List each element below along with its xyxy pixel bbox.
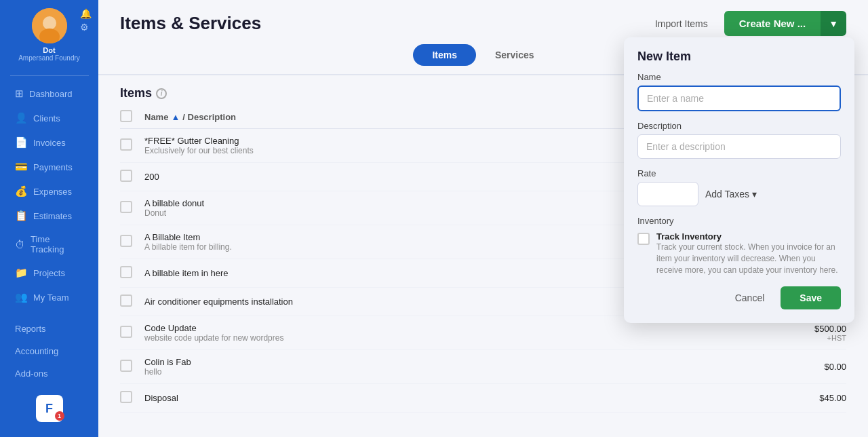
bell-icon[interactable]: 🔔: [80, 8, 92, 19]
panel-body: Name Description Rate $0.00 Add Taxes ▾: [624, 72, 854, 276]
import-items-button[interactable]: Import Items: [647, 14, 716, 33]
create-new-button[interactable]: Create New ...: [724, 11, 821, 36]
description-form-group: Description: [637, 121, 841, 159]
row-checkbox[interactable]: [120, 326, 132, 338]
sidebar-divider: [10, 75, 89, 76]
sidebar-bottom: F 1: [29, 388, 70, 429]
item-tax: +HST: [792, 334, 846, 342]
table-row: Colin is Fab hello $0.00: [120, 350, 846, 384]
invoices-icon: 📄: [15, 136, 28, 149]
sidebar-item-dashboard[interactable]: ⊞ Dashboard: [4, 82, 94, 105]
item-name: Code Update: [144, 323, 792, 333]
tab-services[interactable]: Services: [476, 44, 553, 66]
sidebar-item-estimates[interactable]: 📋 Estimates: [4, 204, 94, 227]
sidebar-item-label: Reports: [15, 324, 46, 334]
sidebar-item-label: Time Tracking: [31, 234, 83, 254]
select-all-checkbox[interactable]: [120, 110, 132, 122]
projects-icon: 📁: [15, 267, 28, 279]
company-name: Ampersand Foundry: [18, 54, 80, 62]
sidebar-item-label: Accounting: [15, 346, 58, 356]
sidebar-item-label: Estimates: [33, 211, 72, 221]
sidebar-item-accounting[interactable]: Accounting: [4, 341, 94, 362]
sidebar-item-payments[interactable]: 💳 Payments: [4, 155, 94, 178]
inventory-label: Inventory: [637, 216, 841, 226]
row-checkbox[interactable]: [120, 266, 132, 278]
sidebar-item-time-tracking[interactable]: ⏱ Time Tracking: [4, 229, 94, 260]
sidebar: Dot Ampersand Foundry 🔔 ⚙ ⊞ Dashboard 👤 …: [0, 0, 98, 437]
description-input[interactable]: [637, 134, 841, 159]
track-inventory-title: Track Inventory: [656, 231, 841, 242]
sidebar-icon-group: 🔔 ⚙: [80, 8, 92, 33]
name-input[interactable]: [637, 86, 841, 111]
item-price: $45.00: [792, 393, 846, 403]
create-new-group: Create New ... ▼: [724, 11, 846, 36]
sort-icon[interactable]: ▲: [171, 112, 180, 122]
my-team-icon: 👥: [15, 291, 28, 303]
sidebar-item-my-team[interactable]: 👥 My Team: [4, 286, 94, 309]
rate-row: $0.00 Add Taxes ▾: [637, 182, 841, 206]
item-desc: website code update for new wordpres: [144, 333, 792, 343]
sidebar-item-label: Payments: [33, 162, 73, 172]
row-checkbox[interactable]: [120, 201, 132, 213]
expenses-icon: 💰: [15, 185, 28, 197]
time-tracking-icon: ⏱: [15, 239, 25, 250]
sidebar-item-label: Clients: [33, 113, 60, 124]
sidebar-item-label: Invoices: [33, 138, 66, 148]
sidebar-item-expenses[interactable]: 💰 Expenses: [4, 180, 94, 203]
avatar: [32, 8, 67, 43]
sidebar-item-label: Projects: [33, 268, 65, 278]
sidebar-nav: ⊞ Dashboard 👤 Clients 📄 Invoices 💳 Payme…: [0, 81, 98, 388]
save-button[interactable]: Save: [781, 286, 841, 309]
clients-icon: 👤: [15, 112, 28, 124]
sidebar-item-label: Expenses: [33, 187, 72, 197]
user-name: Dot: [43, 46, 55, 54]
row-checkbox[interactable]: [120, 360, 132, 372]
sidebar-item-label: My Team: [33, 292, 69, 303]
col-name-label: Name: [144, 112, 168, 122]
info-icon[interactable]: i: [156, 88, 167, 99]
sidebar-item-invoices[interactable]: 📄 Invoices: [4, 131, 94, 154]
page-title: Items & Services: [120, 13, 261, 34]
new-item-panel: New Item Name Description Rate $0.00 Add…: [624, 37, 854, 323]
track-inventory-text: Track Inventory Track your current stock…: [656, 231, 841, 276]
sidebar-item-projects[interactable]: 📁 Projects: [4, 261, 94, 284]
panel-footer: Cancel Save: [624, 286, 854, 309]
chevron-down-icon: ▾: [752, 189, 757, 200]
sidebar-profile: Dot Ampersand Foundry 🔔 ⚙: [0, 8, 98, 62]
sidebar-item-clients[interactable]: 👤 Clients: [4, 107, 94, 130]
gear-icon[interactable]: ⚙: [80, 22, 92, 33]
header-actions: Import Items Create New ... ▼: [647, 11, 846, 36]
item-price: $0.00: [792, 362, 846, 372]
add-taxes-button[interactable]: Add Taxes ▾: [705, 189, 757, 200]
cancel-button[interactable]: Cancel: [727, 287, 773, 309]
rate-input[interactable]: $0.00: [637, 182, 698, 206]
notification-badge: 1: [55, 411, 64, 421]
col-desc-label: / Description: [182, 112, 236, 122]
sidebar-item-reports[interactable]: Reports: [4, 318, 94, 339]
track-inventory-checkbox[interactable]: [637, 233, 650, 245]
sidebar-item-label: Add-ons: [15, 368, 47, 379]
item-name: Disposal: [144, 393, 792, 403]
row-checkbox[interactable]: [120, 235, 132, 247]
row-checkbox[interactable]: [120, 170, 132, 182]
svg-point-1: [43, 16, 56, 30]
inventory-section: Inventory Track Inventory Track your cur…: [637, 216, 841, 276]
row-checkbox[interactable]: [120, 138, 132, 151]
description-label: Description: [637, 121, 841, 131]
item-desc: hello: [144, 367, 792, 377]
table-row: Disposal $45.00: [120, 384, 846, 413]
row-checkbox[interactable]: [120, 294, 132, 307]
payments-icon: 💳: [15, 161, 28, 173]
estimates-icon: 📋: [15, 210, 28, 222]
item-name: Colin is Fab: [144, 357, 792, 367]
create-new-chevron-button[interactable]: ▼: [821, 11, 846, 36]
name-form-group: Name: [637, 72, 841, 111]
item-price: $500.00: [792, 324, 846, 334]
tab-items[interactable]: Items: [413, 44, 476, 66]
rate-label: Rate: [637, 168, 841, 178]
sidebar-item-add-ons[interactable]: Add-ons: [4, 363, 94, 384]
chevron-down-icon: ▼: [829, 18, 838, 29]
name-label: Name: [637, 72, 841, 82]
row-checkbox[interactable]: [120, 391, 132, 403]
track-inventory-desc: Track your current stock. When you invoi…: [656, 242, 841, 276]
